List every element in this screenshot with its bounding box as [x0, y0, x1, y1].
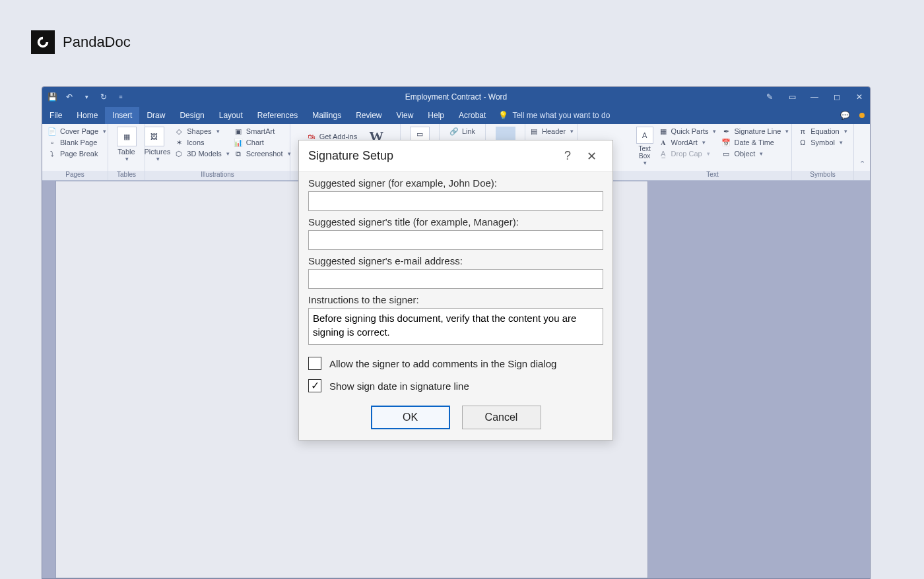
tab-references[interactable]: References — [250, 107, 305, 124]
lightbulb-icon: 💡 — [498, 111, 508, 120]
pandadoc-logo-icon — [31, 30, 55, 54]
show-date-label: Show sign date in signature line — [329, 381, 469, 392]
title-bar: 💾 ↶ ▾ ↻ ≡ Employment Contract - Word ✎ ▭… — [42, 87, 870, 107]
touch-mode-icon[interactable]: ✎ — [763, 92, 776, 102]
object-button[interactable]: ▭Object▾ — [721, 149, 789, 158]
quick-parts-button[interactable]: ▦Quick Parts▾ — [659, 127, 717, 136]
table-icon: ▦ — [117, 127, 137, 146]
screenshot-button[interactable]: ⧉Screenshot▾ — [234, 149, 291, 158]
pictures-icon: 🖼 — [145, 127, 164, 146]
tell-me-search[interactable]: 💡 Tell me what you want to do — [498, 107, 610, 124]
table-button[interactable]: ▦ Table ▾ — [117, 127, 137, 162]
symbol-button[interactable]: ΩSymbol▾ — [798, 138, 847, 147]
save-icon[interactable]: 💾 — [46, 92, 58, 102]
blank-page-icon: ▫ — [48, 138, 57, 147]
online-video-icon[interactable]: ▭ — [410, 127, 430, 141]
dropcap-icon: A̲ — [659, 149, 668, 158]
instructions-label: Instructions to the signer: — [308, 294, 603, 305]
dialog-title: Signature Setup — [308, 149, 393, 163]
undo-icon[interactable]: ↶ — [63, 92, 75, 102]
allow-comments-label: Allow the signer to add comments in the … — [329, 358, 556, 369]
page-break-button[interactable]: ⤵Page Break — [48, 149, 102, 158]
cover-page-button[interactable]: 📄Cover Page▾ — [48, 127, 102, 136]
email-input[interactable] — [308, 269, 603, 289]
icons-button[interactable]: ✶Icons — [174, 138, 230, 147]
break-icon: ⤵ — [48, 149, 57, 158]
comment-icon[interactable] — [496, 127, 515, 141]
tab-mailings[interactable]: Mailings — [305, 107, 348, 124]
pi-icon: π — [798, 127, 807, 136]
date-time-button[interactable]: 📅Date & Time — [721, 138, 789, 147]
qat-customize-icon[interactable]: ≡ — [115, 94, 127, 100]
quickparts-icon: ▦ — [659, 127, 668, 136]
cancel-button[interactable]: Cancel — [462, 406, 541, 429]
signer-title-input[interactable] — [308, 230, 603, 250]
tab-view[interactable]: View — [389, 107, 421, 124]
group-label-text: Text — [634, 171, 791, 180]
tab-home[interactable]: Home — [69, 107, 105, 124]
group-label-illustrations: Illustrations — [145, 171, 290, 180]
blank-page-button[interactable]: ▫Blank Page — [48, 138, 102, 147]
page-icon: 📄 — [48, 127, 57, 136]
close-window-icon[interactable]: ✕ — [853, 92, 866, 102]
ribbon-tabs: File Home Insert Draw Design Layout Refe… — [42, 107, 870, 124]
group-label-symbols: Symbols — [792, 171, 853, 180]
tab-acrobat[interactable]: Acrobat — [451, 107, 493, 124]
link-button[interactable]: 🔗Link — [449, 127, 475, 136]
tab-layout[interactable]: Layout — [212, 107, 250, 124]
wordart-button[interactable]: 𝐀WordArt▾ — [659, 138, 717, 147]
shapes-icon: ◇ — [174, 127, 183, 136]
tab-design[interactable]: Design — [172, 107, 211, 124]
shapes-button[interactable]: ◇Shapes▾ — [174, 127, 230, 136]
minimize-icon[interactable]: — — [808, 92, 821, 102]
3d-models-button[interactable]: ⬡3D Models▾ — [174, 149, 230, 158]
allow-comments-checkbox[interactable] — [308, 357, 321, 370]
tab-insert[interactable]: Insert — [105, 107, 139, 124]
ok-button[interactable]: OK — [371, 406, 450, 429]
group-symbols: πEquation▾ ΩSymbol▾ Symbols — [792, 124, 854, 180]
chart-button[interactable]: 📊Chart — [234, 138, 291, 147]
redo-icon[interactable]: ↻ — [98, 92, 110, 102]
header-icon: ▤ — [529, 127, 539, 136]
help-icon[interactable]: ? — [556, 149, 579, 163]
group-tables: ▦ Table ▾ Tables — [108, 124, 145, 180]
wordart-icon: 𝐀 — [659, 138, 668, 147]
close-icon[interactable]: ✕ — [579, 149, 603, 164]
group-label-tables: Tables — [108, 171, 145, 180]
signature-icon: ✒ — [721, 127, 731, 136]
brand-name: PandaDoc — [63, 34, 131, 51]
collapse-ribbon[interactable]: ⌃ — [854, 124, 870, 180]
cube-icon: ⬡ — [174, 149, 183, 158]
tab-review[interactable]: Review — [348, 107, 389, 124]
drop-cap-button[interactable]: A̲Drop Cap▾ — [659, 149, 717, 158]
comments-icon[interactable]: 💬 — [840, 111, 850, 120]
group-illustrations: 🖼 Pictures▾ ◇Shapes▾ ✶Icons ⬡3D Models▾ … — [145, 124, 290, 180]
notification-dot-icon[interactable] — [859, 113, 865, 118]
textbox-button[interactable]: A TextBox▾ — [636, 127, 653, 166]
ribbon-display-icon[interactable]: ▭ — [785, 92, 799, 102]
tab-draw[interactable]: Draw — [139, 107, 172, 124]
datetime-icon: 📅 — [721, 138, 731, 147]
link-icon: 🔗 — [449, 127, 459, 136]
show-date-checkbox[interactable] — [308, 379, 321, 392]
email-label: Suggested signer's e-mail address: — [308, 255, 603, 266]
signature-line-button[interactable]: ✒Signature Line▾ — [721, 127, 789, 136]
equation-button[interactable]: πEquation▾ — [798, 127, 847, 136]
signer-label: Suggested signer (for example, John Doe)… — [308, 177, 603, 189]
instructions-textarea[interactable] — [308, 308, 603, 345]
textbox-icon: A — [636, 127, 653, 144]
window-title: Employment Contract - Word — [42, 92, 870, 102]
group-text: A TextBox▾ ▦Quick Parts▾ 𝐀WordArt▾ A̲Dro… — [634, 124, 792, 180]
undo-dropdown-icon[interactable]: ▾ — [81, 94, 92, 100]
tab-help[interactable]: Help — [420, 107, 451, 124]
header-button[interactable]: ▤Header▾ — [529, 127, 574, 136]
pictures-button[interactable]: 🖼 Pictures▾ — [145, 127, 171, 162]
maximize-icon[interactable]: ◻ — [830, 92, 843, 102]
smartart-button[interactable]: ▣SmartArt — [234, 127, 291, 136]
tab-file[interactable]: File — [42, 107, 69, 124]
chart-icon: 📊 — [234, 138, 243, 147]
omega-icon: Ω — [798, 138, 807, 147]
object-icon: ▭ — [721, 149, 731, 158]
signer-input[interactable] — [308, 191, 603, 211]
signature-setup-dialog: Signature Setup ? ✕ Suggested signer (fo… — [298, 140, 613, 441]
